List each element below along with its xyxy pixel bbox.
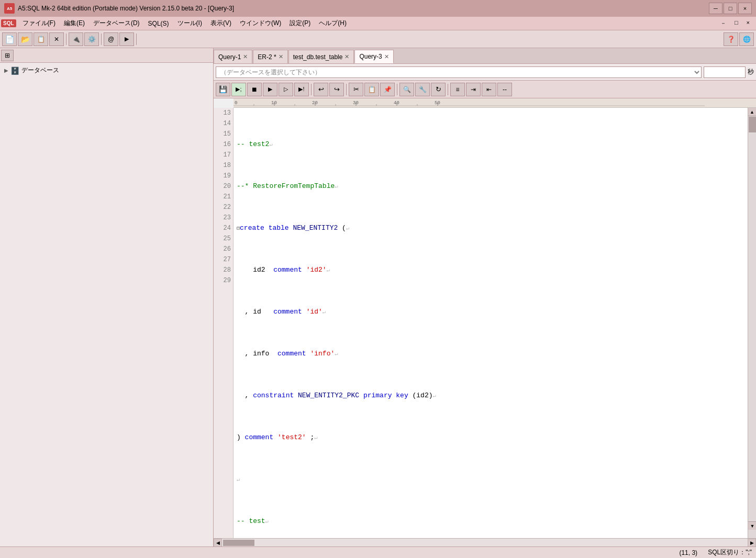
- db-select[interactable]: （データベースを選択して下さい）: [216, 66, 702, 78]
- tab-test-table-close[interactable]: ✕: [344, 53, 349, 60]
- line-numbers: 13 14 15 16 17 18 19 20 21 22 23 24 25 2…: [214, 108, 234, 538]
- save-button[interactable]: 📋: [34, 32, 48, 46]
- stop-sql-button[interactable]: ⏹: [247, 83, 262, 96]
- tab-query1-label: Query-1: [218, 53, 241, 61]
- menu-sql[interactable]: SQL(S): [144, 18, 173, 29]
- window-controls[interactable]: ─ □ ×: [709, 3, 752, 14]
- tab-query1-close[interactable]: ✕: [243, 53, 248, 60]
- replace-button[interactable]: 🔧: [415, 83, 430, 96]
- right-panel: Query-1 ✕ ER-2 * ✕ test_db.test_table ✕ …: [214, 48, 756, 546]
- line-num-22: 22: [216, 202, 231, 213]
- line-num-20: 20: [216, 181, 231, 192]
- database-label: データベース: [21, 66, 59, 75]
- time-input[interactable]: [704, 66, 746, 78]
- sidebar-item-database[interactable]: ▶ 🗄️ データベース: [2, 65, 211, 76]
- web-button[interactable]: 🌐: [739, 32, 754, 46]
- run-button[interactable]: ▶: [119, 32, 134, 46]
- horizontal-scrollbar[interactable]: ◀ ▶: [214, 538, 756, 546]
- close-button2[interactable]: ✕: [49, 32, 64, 46]
- tab-test-table-label: test_db.test_table: [293, 53, 343, 61]
- code-line-19: , constraint NEW_ENTITY2_PKC primary key…: [237, 390, 744, 401]
- tab-query3[interactable]: Query-3 ✕: [354, 50, 393, 63]
- vertical-scrollbar[interactable]: ▲ ▼: [748, 108, 756, 538]
- help-button[interactable]: ❓: [724, 32, 738, 46]
- tab-query3-close[interactable]: ✕: [384, 53, 389, 60]
- title-bar-left: A5 A5:SQL Mk-2 64bit edition (Portable m…: [4, 3, 234, 14]
- line-num-14: 14: [216, 118, 231, 129]
- menu-tools[interactable]: ツール(I): [173, 17, 206, 29]
- restore-button[interactable]: □: [724, 3, 737, 14]
- outdent-button[interactable]: ⇤: [482, 83, 496, 96]
- run-step-button[interactable]: ▷: [279, 83, 293, 96]
- run-sql-button[interactable]: ▶;: [231, 83, 246, 96]
- cut-button[interactable]: ✂: [349, 83, 363, 96]
- database-icon: 🗄️: [10, 66, 19, 75]
- hscroll-right-button[interactable]: ▶: [748, 539, 756, 547]
- sidebar-content: ▶ 🗄️ データベース: [0, 63, 213, 546]
- cursor-position: (11, 3): [679, 549, 697, 556]
- export-button[interactable]: ▶!: [294, 83, 309, 96]
- menu-database[interactable]: データベース(D): [89, 17, 144, 29]
- hscroll-track[interactable]: [222, 539, 748, 546]
- svg-text:0: 0: [235, 101, 237, 106]
- db-settings-button[interactable]: ⚙️: [84, 32, 99, 46]
- svg-text:20: 20: [312, 101, 318, 106]
- tab-er2-close[interactable]: ✕: [279, 53, 283, 60]
- main-toolbar: 📄 📂 📋 ✕ 🔌 ⚙️ @ ▶ ❓ 🌐: [0, 30, 756, 48]
- line-num-13: 13: [216, 108, 231, 118]
- line-num-15: 15: [216, 129, 231, 139]
- menu-bar: SQL ファイル(F) 編集(E) データベース(D) SQL(S) ツール(I…: [0, 17, 756, 30]
- menu-window[interactable]: ウインドウ(W): [236, 17, 285, 29]
- open-button[interactable]: 📂: [18, 32, 32, 46]
- hscroll-left-button[interactable]: ◀: [214, 539, 222, 547]
- menu-view[interactable]: 表示(V): [206, 17, 236, 29]
- tab-er2[interactable]: ER-2 * ✕: [253, 50, 287, 63]
- vscroll-thumb[interactable]: [749, 117, 756, 132]
- svg-text:50: 50: [435, 101, 440, 106]
- main-area: ⊞ ▶ 🗄️ データベース Query-1 ✕ ER-2 * ✕ test_db…: [0, 48, 756, 546]
- sql-toolbar: 💾 ▶; ⏹ ▶ ▷ ▶! ↩ ↪ ✂ 📋 📌 🔍 🔧 ↻ ≡ ⇥ ⇤ --: [214, 81, 756, 98]
- menu-restore-btn[interactable]: □: [731, 18, 741, 28]
- sidebar: ⊞ ▶ 🗄️ データベース: [0, 48, 214, 546]
- new-file-button[interactable]: 📄: [2, 32, 17, 46]
- vscroll-down-button[interactable]: ▼: [748, 521, 756, 530]
- line-num-29: 29: [216, 275, 231, 286]
- hscroll-thumb[interactable]: [223, 540, 254, 546]
- indent-button[interactable]: ⇥: [466, 83, 481, 96]
- menu-edit[interactable]: 編集(E): [60, 17, 89, 29]
- redo-button[interactable]: ↪: [329, 83, 344, 96]
- tab-er2-label: ER-2 *: [258, 53, 276, 61]
- comment-button[interactable]: --: [497, 83, 512, 96]
- align-button[interactable]: ≡: [450, 83, 465, 96]
- line-num-26: 26: [216, 244, 231, 254]
- refresh-button[interactable]: ↻: [431, 83, 446, 96]
- close-button[interactable]: ×: [738, 3, 752, 14]
- toolbar-sep-2: [101, 34, 102, 45]
- editor-scroll[interactable]: 13 14 15 16 17 18 19 20 21 22 23 24 25 2…: [214, 108, 748, 538]
- menu-close-btn[interactable]: ×: [743, 18, 753, 28]
- menu-minimize-btn[interactable]: －: [717, 18, 729, 28]
- menu-help[interactable]: ヘルプ(H): [315, 17, 351, 29]
- save-sql-button[interactable]: 💾: [216, 83, 230, 96]
- tab-query1[interactable]: Query-1 ✕: [214, 50, 252, 63]
- sidebar-expand-button[interactable]: ⊞: [1, 50, 14, 61]
- menu-right-controls: － □ ×: [717, 18, 755, 28]
- copy-button[interactable]: 📋: [364, 83, 379, 96]
- minimize-button[interactable]: ─: [709, 3, 722, 14]
- paste-button[interactable]: 📌: [380, 83, 395, 96]
- ruler: 0 10 20 30 40 50: [234, 98, 756, 108]
- undo-button[interactable]: ↩: [314, 83, 328, 96]
- at-button[interactable]: @: [104, 32, 118, 46]
- app-icon: A5: [4, 3, 15, 14]
- line-num-18: 18: [216, 160, 231, 171]
- code-line-18: , info comment 'info'↵: [237, 349, 744, 359]
- run-selected-button[interactable]: ▶: [263, 83, 277, 96]
- db-connect-button[interactable]: 🔌: [69, 32, 83, 46]
- code-line-16: id2 comment 'id2'↵: [237, 265, 744, 275]
- code-content[interactable]: -- test2↵ --* RestoreFromTempTable↵ ⊟cre…: [234, 108, 748, 538]
- menu-settings[interactable]: 設定(P): [285, 17, 315, 29]
- menu-file[interactable]: ファイル(F): [18, 17, 60, 29]
- tab-test-table[interactable]: test_db.test_table ✕: [288, 50, 354, 63]
- vscroll-up-button[interactable]: ▲: [748, 108, 756, 116]
- search-button[interactable]: 🔍: [399, 83, 414, 96]
